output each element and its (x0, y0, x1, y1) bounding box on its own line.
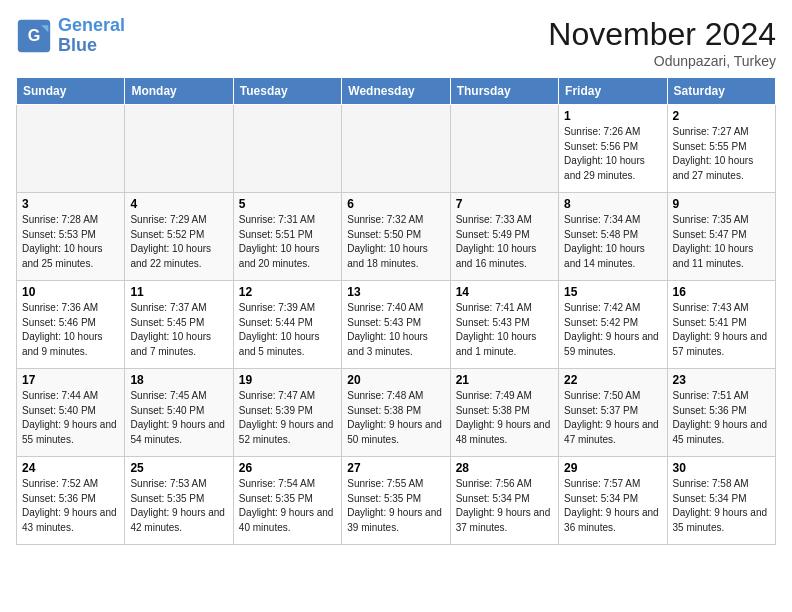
day-info: Sunrise: 7:29 AM Sunset: 5:52 PM Dayligh… (130, 213, 227, 271)
day-number: 12 (239, 285, 336, 299)
day-info: Sunrise: 7:48 AM Sunset: 5:38 PM Dayligh… (347, 389, 444, 447)
calendar-cell: 30Sunrise: 7:58 AM Sunset: 5:34 PM Dayli… (667, 457, 775, 545)
day-number: 26 (239, 461, 336, 475)
calendar-cell (233, 105, 341, 193)
calendar-cell: 18Sunrise: 7:45 AM Sunset: 5:40 PM Dayli… (125, 369, 233, 457)
day-number: 20 (347, 373, 444, 387)
week-row-1: 1Sunrise: 7:26 AM Sunset: 5:56 PM Daylig… (17, 105, 776, 193)
day-info: Sunrise: 7:31 AM Sunset: 5:51 PM Dayligh… (239, 213, 336, 271)
calendar-cell: 29Sunrise: 7:57 AM Sunset: 5:34 PM Dayli… (559, 457, 667, 545)
day-info: Sunrise: 7:42 AM Sunset: 5:42 PM Dayligh… (564, 301, 661, 359)
calendar-cell: 16Sunrise: 7:43 AM Sunset: 5:41 PM Dayli… (667, 281, 775, 369)
day-info: Sunrise: 7:35 AM Sunset: 5:47 PM Dayligh… (673, 213, 770, 271)
calendar-cell (125, 105, 233, 193)
day-number: 22 (564, 373, 661, 387)
calendar-header: SundayMondayTuesdayWednesdayThursdayFrid… (17, 78, 776, 105)
day-number: 2 (673, 109, 770, 123)
day-number: 17 (22, 373, 119, 387)
day-info: Sunrise: 7:53 AM Sunset: 5:35 PM Dayligh… (130, 477, 227, 535)
weekday-friday: Friday (559, 78, 667, 105)
day-info: Sunrise: 7:52 AM Sunset: 5:36 PM Dayligh… (22, 477, 119, 535)
calendar-cell: 4Sunrise: 7:29 AM Sunset: 5:52 PM Daylig… (125, 193, 233, 281)
day-info: Sunrise: 7:43 AM Sunset: 5:41 PM Dayligh… (673, 301, 770, 359)
calendar-cell: 19Sunrise: 7:47 AM Sunset: 5:39 PM Dayli… (233, 369, 341, 457)
logo-line2: Blue (58, 35, 97, 55)
day-number: 7 (456, 197, 553, 211)
day-number: 9 (673, 197, 770, 211)
svg-text:G: G (28, 26, 41, 44)
day-number: 29 (564, 461, 661, 475)
day-info: Sunrise: 7:32 AM Sunset: 5:50 PM Dayligh… (347, 213, 444, 271)
day-info: Sunrise: 7:49 AM Sunset: 5:38 PM Dayligh… (456, 389, 553, 447)
month-title: November 2024 (548, 16, 776, 53)
calendar: SundayMondayTuesdayWednesdayThursdayFrid… (16, 77, 776, 545)
calendar-cell: 17Sunrise: 7:44 AM Sunset: 5:40 PM Dayli… (17, 369, 125, 457)
day-number: 25 (130, 461, 227, 475)
calendar-cell: 10Sunrise: 7:36 AM Sunset: 5:46 PM Dayli… (17, 281, 125, 369)
day-info: Sunrise: 7:34 AM Sunset: 5:48 PM Dayligh… (564, 213, 661, 271)
week-row-5: 24Sunrise: 7:52 AM Sunset: 5:36 PM Dayli… (17, 457, 776, 545)
day-info: Sunrise: 7:50 AM Sunset: 5:37 PM Dayligh… (564, 389, 661, 447)
calendar-cell: 20Sunrise: 7:48 AM Sunset: 5:38 PM Dayli… (342, 369, 450, 457)
calendar-cell: 21Sunrise: 7:49 AM Sunset: 5:38 PM Dayli… (450, 369, 558, 457)
calendar-cell: 14Sunrise: 7:41 AM Sunset: 5:43 PM Dayli… (450, 281, 558, 369)
calendar-cell: 9Sunrise: 7:35 AM Sunset: 5:47 PM Daylig… (667, 193, 775, 281)
location: Odunpazari, Turkey (548, 53, 776, 69)
calendar-cell (342, 105, 450, 193)
calendar-cell: 12Sunrise: 7:39 AM Sunset: 5:44 PM Dayli… (233, 281, 341, 369)
day-number: 21 (456, 373, 553, 387)
day-number: 19 (239, 373, 336, 387)
weekday-wednesday: Wednesday (342, 78, 450, 105)
day-info: Sunrise: 7:55 AM Sunset: 5:35 PM Dayligh… (347, 477, 444, 535)
day-number: 4 (130, 197, 227, 211)
calendar-cell: 15Sunrise: 7:42 AM Sunset: 5:42 PM Dayli… (559, 281, 667, 369)
weekday-sunday: Sunday (17, 78, 125, 105)
day-info: Sunrise: 7:28 AM Sunset: 5:53 PM Dayligh… (22, 213, 119, 271)
calendar-cell: 13Sunrise: 7:40 AM Sunset: 5:43 PM Dayli… (342, 281, 450, 369)
week-row-2: 3Sunrise: 7:28 AM Sunset: 5:53 PM Daylig… (17, 193, 776, 281)
day-number: 18 (130, 373, 227, 387)
day-info: Sunrise: 7:45 AM Sunset: 5:40 PM Dayligh… (130, 389, 227, 447)
day-number: 8 (564, 197, 661, 211)
weekday-tuesday: Tuesday (233, 78, 341, 105)
calendar-cell: 3Sunrise: 7:28 AM Sunset: 5:53 PM Daylig… (17, 193, 125, 281)
day-info: Sunrise: 7:57 AM Sunset: 5:34 PM Dayligh… (564, 477, 661, 535)
weekday-monday: Monday (125, 78, 233, 105)
day-number: 5 (239, 197, 336, 211)
day-info: Sunrise: 7:54 AM Sunset: 5:35 PM Dayligh… (239, 477, 336, 535)
day-info: Sunrise: 7:44 AM Sunset: 5:40 PM Dayligh… (22, 389, 119, 447)
day-number: 16 (673, 285, 770, 299)
day-number: 28 (456, 461, 553, 475)
calendar-cell: 7Sunrise: 7:33 AM Sunset: 5:49 PM Daylig… (450, 193, 558, 281)
calendar-cell (450, 105, 558, 193)
day-info: Sunrise: 7:36 AM Sunset: 5:46 PM Dayligh… (22, 301, 119, 359)
day-number: 11 (130, 285, 227, 299)
day-number: 10 (22, 285, 119, 299)
title-block: November 2024 Odunpazari, Turkey (548, 16, 776, 69)
day-number: 24 (22, 461, 119, 475)
calendar-cell: 2Sunrise: 7:27 AM Sunset: 5:55 PM Daylig… (667, 105, 775, 193)
day-info: Sunrise: 7:51 AM Sunset: 5:36 PM Dayligh… (673, 389, 770, 447)
page-header: G General Blue November 2024 Odunpazari,… (16, 16, 776, 69)
calendar-cell: 27Sunrise: 7:55 AM Sunset: 5:35 PM Dayli… (342, 457, 450, 545)
day-info: Sunrise: 7:37 AM Sunset: 5:45 PM Dayligh… (130, 301, 227, 359)
calendar-cell: 6Sunrise: 7:32 AM Sunset: 5:50 PM Daylig… (342, 193, 450, 281)
week-row-4: 17Sunrise: 7:44 AM Sunset: 5:40 PM Dayli… (17, 369, 776, 457)
day-info: Sunrise: 7:56 AM Sunset: 5:34 PM Dayligh… (456, 477, 553, 535)
calendar-cell: 8Sunrise: 7:34 AM Sunset: 5:48 PM Daylig… (559, 193, 667, 281)
day-info: Sunrise: 7:47 AM Sunset: 5:39 PM Dayligh… (239, 389, 336, 447)
calendar-cell (17, 105, 125, 193)
logo-icon: G (16, 18, 52, 54)
day-number: 13 (347, 285, 444, 299)
day-number: 15 (564, 285, 661, 299)
logo: G General Blue (16, 16, 125, 56)
calendar-cell: 11Sunrise: 7:37 AM Sunset: 5:45 PM Dayli… (125, 281, 233, 369)
logo-line1: General (58, 15, 125, 35)
day-number: 6 (347, 197, 444, 211)
day-number: 23 (673, 373, 770, 387)
day-info: Sunrise: 7:58 AM Sunset: 5:34 PM Dayligh… (673, 477, 770, 535)
day-info: Sunrise: 7:27 AM Sunset: 5:55 PM Dayligh… (673, 125, 770, 183)
calendar-body: 1Sunrise: 7:26 AM Sunset: 5:56 PM Daylig… (17, 105, 776, 545)
calendar-cell: 28Sunrise: 7:56 AM Sunset: 5:34 PM Dayli… (450, 457, 558, 545)
calendar-cell: 23Sunrise: 7:51 AM Sunset: 5:36 PM Dayli… (667, 369, 775, 457)
